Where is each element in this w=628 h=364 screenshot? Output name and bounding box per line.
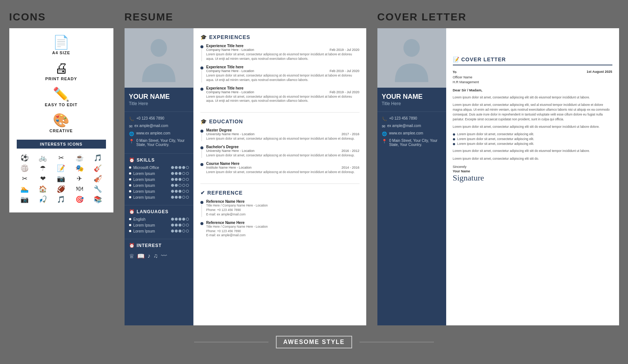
dot — [186, 196, 189, 199]
interest-icon-5: 🎵 — [90, 154, 106, 162]
footer-badge: AWESOME STYLE — [276, 336, 352, 348]
skill-dot — [129, 196, 131, 198]
dot — [182, 172, 185, 175]
cover-contact-address: 📍 0 Main Street, Your City, Your State, … — [382, 139, 442, 147]
resume-card: YOUR NAME Title Here 📞 +0 123 456 7890 ✉… — [125, 28, 366, 325]
cover-web-text: www.ex amplee.com — [389, 131, 424, 135]
exp-title-3: Experience Title here — [206, 86, 360, 90]
edu-dot — [200, 130, 203, 133]
print-icon: 🖨 — [55, 62, 68, 75]
exp-desc-3: Lorem ipsum dolor sit amet, consectetur … — [206, 95, 360, 104]
edu-item-1: Master Degree University Name Here - Loc… — [200, 128, 360, 141]
reference-title: ✔ REFERENCE — [200, 190, 360, 196]
creative-label: CREATIVE — [49, 129, 73, 133]
ref-phone-2: Phone: +0 123 456 7890 — [206, 229, 360, 234]
lang-name-1: English — [133, 217, 169, 221]
dot — [182, 196, 185, 199]
lang-row-2: Lorem Ipsum — [129, 223, 189, 227]
education-section: 🎓 EDUCATION Master Degree University Nam… — [200, 118, 360, 184]
ref-email-2: E-mail: ex ample@mail.com — [206, 233, 360, 238]
dot — [178, 178, 181, 181]
resume-photo-box — [125, 28, 193, 88]
icons-panel: ICONS 📄 A4 SIZE 🖨 PRINT READY ✏️ EASY TO… — [9, 11, 113, 212]
skill-row-4: Lorem Ipsum — [129, 183, 189, 188]
edu-desc-2: Lorem ipsum dolor sit amet, consectetur … — [206, 153, 360, 158]
cover-address-icon: 📍 — [382, 139, 387, 144]
a4-icon: 📄 — [53, 36, 70, 49]
interest-sm-2: 📖 — [137, 253, 145, 260]
cover-contact-email: ✉ ex ample@mail.com — [382, 124, 442, 129]
lang-dots-3 — [171, 230, 189, 233]
cover-section-title: COVER LETTER — [377, 11, 619, 23]
dot — [175, 184, 178, 187]
exp-item-3: Experience Title here Company Name Here … — [200, 86, 360, 104]
exp-meta-2: Company Name Here - Location Feb 2019 - … — [206, 69, 360, 73]
cover-para-3: Lorem ipsum dolor sit amet, consectetur … — [453, 124, 612, 129]
interest-icon-16: 🏊 — [17, 185, 33, 193]
dot — [171, 190, 174, 193]
clock-icon: ⏰ — [129, 157, 135, 163]
cover-para-5: Lorem ipsum dolor sit amet, consectetur … — [453, 156, 612, 161]
a4-feature: 📄 A4 SIZE — [17, 36, 106, 55]
exp-title-1: Experience Title here — [206, 44, 360, 48]
interest-icon-17: 🏠 — [35, 185, 51, 193]
ref-phone-1: Phone: +0 123 456 7890 — [206, 208, 360, 212]
ref-email-1: E-mail: ex ample@mail.com — [206, 212, 360, 217]
footer-line-left — [194, 342, 268, 342]
edu-meta-3: Institute Name Here - Location 2014 - 20… — [206, 166, 360, 169]
cover-para-2: Lorem ipsum dolor sit amet, consectetur … — [453, 103, 612, 121]
skill-dots-4 — [171, 184, 189, 187]
icons-section-title: ICONS — [9, 11, 113, 23]
exp-content-3: Experience Title here Company Name Here … — [206, 86, 360, 104]
ref-dot-col — [200, 221, 203, 238]
cover-card: YOUR NAME Title Here 📞 +0 123 456 7890 ✉… — [377, 28, 619, 325]
cover-bullet-1: Lorem ipsum dolor sit amet, consectetur … — [453, 132, 612, 136]
bullet-dot-1 — [453, 133, 455, 136]
cover-top-spacer — [453, 34, 612, 56]
interest-icon-8: 📝 — [53, 164, 69, 172]
cover-title-text: COVER LETTER — [461, 56, 506, 62]
dot — [182, 190, 185, 193]
cover-phone-text: +0 123 456 7890 — [389, 116, 417, 120]
skill-name-6: Lorem Ipsum — [133, 195, 169, 199]
svg-point-1 — [403, 39, 420, 57]
cover-email-icon: ✉ — [382, 124, 385, 129]
dot — [182, 218, 185, 221]
cover-left-sidebar: YOUR NAME Title Here 📞 +0 123 456 7890 ✉… — [377, 28, 446, 325]
cover-email-text: ex ample@mail.com — [387, 124, 421, 128]
resume-your-name: YOUR NAME — [129, 93, 189, 101]
exp-line — [202, 70, 202, 82]
ref-content-1: Reference Name Here Title Here / Company… — [206, 199, 360, 217]
print-feature: 🖨 PRINT READY — [17, 62, 106, 81]
interest-icon-15: 🎻 — [90, 175, 106, 183]
dot — [178, 190, 181, 193]
icons-card: 📄 A4 SIZE 🖨 PRINT READY ✏️ EASY TO EDIT … — [9, 28, 113, 212]
address-icon: 📍 — [129, 139, 134, 144]
skills-section: ⏰ SKILLS Microsoft Office — [125, 153, 193, 205]
contact-email: ✉ ex ample@mail.com — [129, 124, 189, 129]
interest-icon-13: 📷 — [53, 175, 69, 183]
interest-icon-6: 🏐 — [17, 164, 33, 172]
lang-name-3: Lorem Ipsum — [133, 229, 169, 233]
email-icon: ✉ — [129, 124, 132, 129]
dot — [186, 178, 189, 181]
edu-degree-3: Course Name Here — [206, 162, 360, 166]
dot — [182, 178, 185, 181]
dot — [171, 166, 174, 169]
resume-right-content: 🎓 EXPERIENCES Experience Title here Comp… — [193, 28, 366, 325]
interest-icon-12: ❤ — [35, 175, 51, 183]
languages-title: ⏰ LANGUAGES — [129, 209, 189, 214]
cover-greeting: Dear Sir / Madam, — [453, 88, 612, 92]
resume-photo-silhouette — [140, 34, 177, 82]
interests-grid: ⚽ 🚲 ✂ ☕ 🎵 🏐 ☂ 📝 🎭 🎸 ✂ ❤ 📷 ✈ 🎻 🏊 🏠 🏈 🍽 — [17, 152, 106, 205]
edit-feature: ✏️ EASY TO EDIT — [17, 88, 106, 107]
edu-line — [202, 133, 202, 141]
dot — [171, 218, 174, 221]
cover-title: Title Here — [382, 101, 442, 106]
edu-degree-2: Bachelor's Degree — [206, 145, 360, 149]
dot — [171, 196, 174, 199]
contact-address: 📍 0 Main Street, Your City, Your State, … — [129, 139, 189, 147]
edu-content-1: Master Degree University Name Here - Loc… — [206, 128, 360, 141]
interest-icon-10: 🎸 — [90, 164, 106, 172]
cover-contact-phone: 📞 +0 123 456 7890 — [382, 116, 442, 121]
